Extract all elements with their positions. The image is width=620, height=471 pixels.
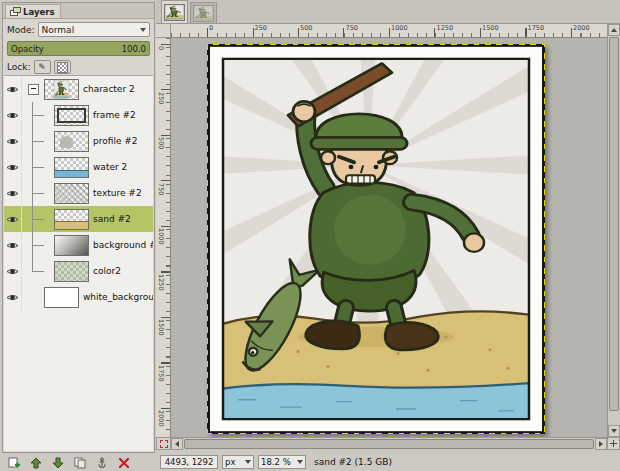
ruler-label: 500 <box>157 137 165 149</box>
unit-select[interactable]: px <box>222 455 254 469</box>
eye-icon <box>6 241 19 250</box>
lock-alpha-button[interactable] <box>54 60 71 74</box>
chevron-down-icon <box>297 460 303 467</box>
canvas-image[interactable] <box>208 45 544 433</box>
new-layer-button[interactable] <box>6 456 22 470</box>
ruler-label: 250 <box>255 24 267 32</box>
visibility-toggle[interactable] <box>4 232 22 258</box>
ruler-label: 750 <box>157 183 165 195</box>
triangle-right-icon <box>599 441 606 447</box>
lower-layer-button[interactable] <box>50 456 66 470</box>
layer-thumbnail <box>54 209 89 230</box>
ruler-label: 1500 <box>482 24 499 32</box>
layer-row-water-2[interactable]: water 2 <box>4 154 153 180</box>
layer-row-white-background[interactable]: white_background <box>4 284 153 310</box>
navigation-button[interactable] <box>607 437 620 450</box>
layer-name: background #2 <box>93 240 153 250</box>
layer-row-texture-2[interactable]: texture #2 <box>4 180 153 206</box>
visibility-toggle[interactable] <box>4 180 22 206</box>
image-tab-2[interactable] <box>190 2 217 23</box>
gimp-window: Layers Mode: Normal Opacity 100.0 Lock: … <box>0 0 620 471</box>
arrow-up-icon <box>30 457 42 469</box>
visibility-toggle[interactable] <box>4 76 22 102</box>
alpha-checker-icon <box>57 62 68 73</box>
scroll-left-button[interactable] <box>171 438 183 450</box>
ruler-label: 1250 <box>437 24 454 32</box>
mode-label: Mode: <box>7 25 35 35</box>
ruler-vertical[interactable]: 025050075010001250150017502000 <box>156 38 171 437</box>
mode-value: Normal <box>42 25 75 35</box>
lock-pixels-button[interactable]: ✎ <box>34 60 51 74</box>
layer-name: frame #2 <box>93 110 136 120</box>
layer-thumbnail <box>54 157 89 178</box>
ruler-label: 1750 <box>528 24 545 32</box>
layer-row-background-2[interactable]: background #2 <box>4 232 153 258</box>
layer-name: character 2 <box>83 84 135 94</box>
raise-layer-button[interactable] <box>28 456 44 470</box>
eye-icon <box>6 293 19 302</box>
opacity-value: 100.0 <box>122 44 146 54</box>
scroll-up-button[interactable] <box>608 24 620 36</box>
layer-boundary-dashes <box>207 44 545 434</box>
layer-thumbnail <box>54 105 89 126</box>
ruler-label: 500 <box>300 24 312 32</box>
visibility-toggle[interactable] <box>4 284 22 310</box>
quickmask-toggle-button[interactable] <box>156 437 171 450</box>
brush-icon: ✎ <box>38 62 46 72</box>
visibility-toggle[interactable] <box>4 102 22 128</box>
artwork-soldier-illustration <box>208 45 544 433</box>
layer-row-character-2[interactable]: character 2 <box>4 76 153 102</box>
layers-panel: Layers Mode: Normal Opacity 100.0 Lock: … <box>2 2 155 453</box>
ruler-label: 1500 <box>157 319 165 336</box>
ruler-label: 250 <box>157 92 165 104</box>
triangle-left-icon <box>172 441 179 447</box>
eye-icon <box>6 137 19 146</box>
layer-row-sand-2[interactable]: sand #2 <box>4 206 153 232</box>
layer-name: sand #2 <box>93 214 131 224</box>
horizontal-scrollbar[interactable] <box>171 437 607 450</box>
horizontal-scrollbar-thumb[interactable] <box>184 439 594 449</box>
zoom-value: 18.2 % <box>261 457 291 467</box>
ruler-label: 750 <box>346 24 358 32</box>
vertical-scrollbar[interactable] <box>607 24 620 437</box>
ruler-label: 1000 <box>391 24 408 32</box>
visibility-toggle[interactable] <box>4 206 22 232</box>
triangle-up-icon <box>611 25 617 32</box>
tree-line <box>22 232 54 258</box>
ruler-label: 2000 <box>573 24 590 32</box>
unit-value: px <box>225 457 235 467</box>
layer-row-frame-2[interactable]: frame #2 <box>4 102 153 128</box>
visibility-toggle[interactable] <box>4 154 22 180</box>
chevron-down-icon <box>245 460 251 467</box>
pointer-position: 4493, 1292 <box>160 455 218 469</box>
vertical-scrollbar-thumb[interactable] <box>609 37 619 411</box>
layer-row-color2[interactable]: color2 <box>4 258 153 284</box>
anchor-layer-button[interactable] <box>94 456 110 470</box>
eye-icon <box>6 215 19 224</box>
scroll-right-button[interactable] <box>595 438 607 450</box>
scroll-down-button[interactable] <box>608 425 620 437</box>
delete-layer-button[interactable] <box>116 456 132 470</box>
layer-name: profile #2 <box>93 136 138 146</box>
eye-icon <box>6 267 19 276</box>
zoom-select[interactable]: 18.2 % <box>258 455 306 469</box>
canvas-viewport[interactable] <box>171 38 607 437</box>
duplicate-layer-button[interactable] <box>72 456 88 470</box>
tab-thumbnail <box>193 5 214 22</box>
group-expander[interactable] <box>22 84 44 95</box>
opacity-slider[interactable]: Opacity 100.0 <box>7 41 150 56</box>
layer-list: character 2 frame #2 profile #2 <box>4 75 153 451</box>
ruler-label: 0 <box>157 46 165 50</box>
tree-line <box>22 180 54 206</box>
navigation-cross-icon <box>610 440 617 447</box>
visibility-toggle[interactable] <box>4 128 22 154</box>
ruler-label: 2000 <box>157 410 165 427</box>
image-tab-1[interactable] <box>161 0 188 23</box>
layer-row-profile-2[interactable]: profile #2 <box>4 128 153 154</box>
ruler-horizontal[interactable]: 025050075010001250150017502000 <box>171 24 607 38</box>
mode-select[interactable]: Normal <box>38 22 150 37</box>
tab-layers[interactable]: Layers <box>5 4 61 18</box>
visibility-toggle[interactable] <box>4 258 22 284</box>
duplicate-icon <box>74 457 87 469</box>
image-tab-bar <box>156 0 620 24</box>
